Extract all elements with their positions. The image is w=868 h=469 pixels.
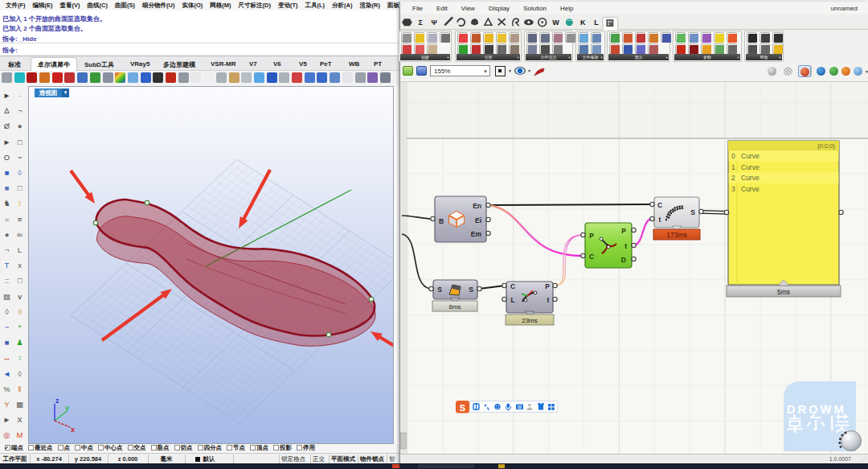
svg-text:S: S xyxy=(460,403,465,413)
svg-text:2: 2 xyxy=(731,174,735,182)
svg-text:Σ: Σ xyxy=(419,19,424,27)
svg-text:0: 0 xyxy=(731,152,735,160)
svg-text:En: En xyxy=(473,202,481,210)
svg-text:C: C xyxy=(657,201,662,209)
svg-text:t: t xyxy=(659,216,661,224)
svg-text:P: P xyxy=(621,227,626,235)
svg-text:5ms: 5ms xyxy=(777,288,790,296)
svg-text:Ψ: Ψ xyxy=(431,19,436,27)
svg-text:L: L xyxy=(510,296,514,304)
svg-text:S: S xyxy=(690,208,695,216)
svg-text:z: z xyxy=(55,397,59,405)
svg-text:173ms: 173ms xyxy=(666,231,687,239)
svg-text:K: K xyxy=(580,19,586,27)
svg-text:S: S xyxy=(469,286,473,294)
svg-text:3: 3 xyxy=(731,185,735,193)
svg-text:S: S xyxy=(437,286,442,294)
svg-text:23ms: 23ms xyxy=(522,317,538,324)
svg-text:Curve: Curve xyxy=(741,174,760,182)
svg-text:DROWM: DROWM xyxy=(787,403,846,416)
svg-text:L: L xyxy=(594,19,599,27)
svg-text:C: C xyxy=(510,282,515,290)
svg-text:Em: Em xyxy=(471,230,482,238)
svg-text:C: C xyxy=(589,253,594,261)
svg-text:1: 1 xyxy=(731,163,735,171)
svg-text:Curve: Curve xyxy=(741,152,760,160)
svg-text:W: W xyxy=(552,19,559,27)
svg-text:B: B xyxy=(439,217,444,225)
svg-text:y: y xyxy=(65,404,69,412)
svg-text:{0;0;0}: {0;0;0} xyxy=(817,142,835,150)
svg-text:P: P xyxy=(589,232,594,240)
svg-text:Curve: Curve xyxy=(741,163,760,171)
svg-text:Curve: Curve xyxy=(741,185,760,193)
svg-text:t: t xyxy=(624,242,627,250)
svg-text:P: P xyxy=(545,282,550,290)
svg-text:D: D xyxy=(621,256,626,264)
svg-text:8ms: 8ms xyxy=(448,303,461,311)
svg-text:t: t xyxy=(547,296,550,304)
svg-text:Ei: Ei xyxy=(475,216,481,224)
svg-text:x: x xyxy=(71,426,75,434)
